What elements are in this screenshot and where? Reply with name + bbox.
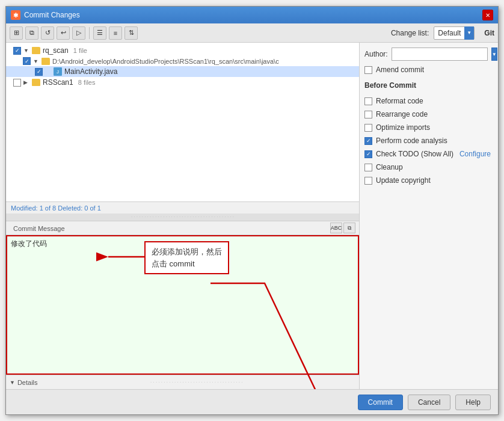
option-cleanup-label: Cleanup bbox=[376, 163, 403, 171]
author-input[interactable] bbox=[392, 48, 488, 61]
arrow-rq-scan: ▼ bbox=[23, 48, 29, 54]
changelist-arrow-icon[interactable]: ▼ bbox=[464, 26, 474, 40]
option-copyright-row: Update copyright bbox=[364, 176, 493, 185]
option-todo-label: Check TODO (Show All) bbox=[376, 150, 453, 158]
checkbox-rearrange[interactable] bbox=[364, 111, 372, 118]
option-copyright-label: Update copyright bbox=[376, 176, 431, 185]
sublabel-rsscan1: 8 files bbox=[78, 79, 96, 86]
checkbox-reformat[interactable] bbox=[364, 97, 372, 105]
checkbox-cleanup[interactable] bbox=[364, 164, 372, 171]
main-content: ✓ ▼ rq_scan 1 file ✓ ▼ D:\Android_develo… bbox=[6, 43, 498, 389]
cancel-button[interactable]: Cancel bbox=[408, 395, 450, 410]
status-bar-left: Modified: 1 of 8 Deleted: 0 of 1 bbox=[6, 201, 359, 214]
toolbar-btn-8[interactable]: ⇅ bbox=[124, 26, 138, 40]
checkbox-amend-commit[interactable] bbox=[364, 66, 372, 74]
checkbox-copyright[interactable] bbox=[364, 177, 372, 185]
tree-item-main-activity[interactable]: ✓ J MainActivity.java bbox=[6, 66, 359, 77]
title-controls: ✕ bbox=[482, 10, 493, 20]
folder-icon-path bbox=[41, 58, 50, 65]
details-label: Details bbox=[17, 379, 38, 386]
commit-message-label: Commit Message bbox=[10, 223, 69, 233]
help-button[interactable]: Help bbox=[455, 395, 491, 410]
file-tree[interactable]: ✓ ▼ rq_scan 1 file ✓ ▼ D:\Android_develo… bbox=[6, 43, 359, 201]
folder-icon-rq-scan bbox=[32, 47, 40, 54]
option-perform-row: ✓ Perform code analysis bbox=[364, 137, 493, 145]
close-button[interactable]: ✕ bbox=[482, 10, 493, 20]
toolbar-btn-5[interactable]: ▷ bbox=[72, 26, 85, 40]
file-icon-main-activity: J bbox=[54, 67, 62, 76]
left-panel: ✓ ▼ rq_scan 1 file ✓ ▼ D:\Android_develo… bbox=[6, 43, 360, 389]
option-perform-label: Perform code analysis bbox=[376, 137, 447, 145]
arrow-path: ▼ bbox=[33, 58, 39, 64]
commit-message-area: Commit Message ABC ⧉ 必须添加说明，然后 点击 commit bbox=[6, 221, 359, 389]
option-reformat-label: Reformat code bbox=[376, 97, 423, 105]
window-title: Commit Changes bbox=[24, 11, 80, 19]
option-rearrange-label: Rearrange code bbox=[376, 110, 428, 118]
toolbar-btn-1[interactable]: ⊞ bbox=[10, 26, 23, 40]
checkbox-todo[interactable]: ✓ bbox=[364, 150, 372, 158]
bottom-buttons: Commit Cancel Help bbox=[6, 389, 498, 414]
tree-item-rq-scan[interactable]: ✓ ▼ rq_scan 1 file bbox=[6, 45, 359, 56]
toolbar-btn-4[interactable]: ↩ bbox=[57, 26, 70, 40]
commit-textarea-wrapper: 必须添加说明，然后 点击 commit bbox=[6, 235, 359, 375]
arrow-rsscan1: ▶ bbox=[23, 79, 29, 85]
author-row: Author: ▼ bbox=[364, 48, 493, 61]
git-label: Git bbox=[484, 29, 494, 37]
changelist-value: Default bbox=[434, 29, 464, 37]
option-cleanup-row: Cleanup bbox=[364, 163, 493, 171]
toolbar-btn-7[interactable]: ≡ bbox=[109, 26, 122, 40]
cm-btn-copy[interactable]: ⧉ bbox=[343, 223, 355, 233]
configure-link[interactable]: Configure bbox=[459, 150, 491, 158]
details-bar[interactable]: ▼ Details · · · · · · · · · · · · · · · … bbox=[6, 375, 359, 389]
option-todo-row: ✓ Check TODO (Show All) Configure bbox=[364, 150, 493, 158]
tree-item-rsscan1[interactable]: ▶ RSScan1 8 files bbox=[6, 77, 359, 88]
annotation-box: 必须添加说明，然后 点击 commit bbox=[144, 241, 229, 274]
commit-changes-window: ✱ Commit Changes ✕ ⊞ ⧉ ↺ ↩ ▷ ☰ ≡ ⇅ Chang… bbox=[5, 6, 499, 415]
sublabel-rq-scan: 1 file bbox=[73, 47, 87, 54]
checkbox-rq-scan[interactable]: ✓ bbox=[13, 47, 21, 55]
option-optimize-row: Optimize imports bbox=[364, 123, 493, 132]
separator-1 bbox=[89, 27, 90, 39]
checkbox-perform[interactable]: ✓ bbox=[364, 137, 372, 145]
changelist-label: Change list: bbox=[391, 29, 429, 37]
divider-grip-1[interactable]: · · · · · · · · · · · · · · · · · · · · … bbox=[6, 214, 359, 221]
checkbox-main-activity[interactable]: ✓ bbox=[35, 68, 43, 76]
annotation-line2: 点击 commit bbox=[152, 258, 222, 270]
changelist-dropdown[interactable]: Default ▼ bbox=[434, 26, 475, 40]
option-optimize-label: Optimize imports bbox=[376, 123, 430, 132]
label-rsscan1: RSScan1 bbox=[43, 78, 73, 87]
toolbar-btn-2[interactable]: ⧉ bbox=[25, 26, 38, 40]
author-dropdown-btn[interactable]: ▼ bbox=[491, 48, 497, 61]
title-bar-left: ✱ Commit Changes bbox=[11, 10, 80, 20]
status-text: Modified: 1 of 8 Deleted: 0 of 1 bbox=[11, 204, 101, 212]
annotation-line1: 必须添加说明，然后 bbox=[152, 246, 222, 258]
right-panel: Author: ▼ Amend commit Before Commit Ref… bbox=[360, 43, 498, 389]
checkbox-optimize[interactable] bbox=[364, 124, 372, 132]
folder-icon-rsscan1 bbox=[32, 79, 40, 86]
cm-btn-spell[interactable]: ABC bbox=[330, 223, 342, 233]
title-bar: ✱ Commit Changes ✕ bbox=[6, 7, 498, 23]
amend-commit-label: Amend commit bbox=[376, 66, 424, 74]
window-icon: ✱ bbox=[11, 10, 20, 20]
tree-item-path[interactable]: ✓ ▼ D:\Android_develop\AndroidStudioProj… bbox=[6, 56, 359, 66]
option-rearrange-row: Rearrange code bbox=[364, 110, 493, 118]
details-arrow-icon: ▼ bbox=[10, 380, 15, 386]
checkbox-rsscan1[interactable] bbox=[13, 79, 21, 87]
checkbox-path[interactable]: ✓ bbox=[23, 57, 31, 65]
amend-commit-row: Amend commit bbox=[364, 66, 493, 74]
toolbar: ⊞ ⧉ ↺ ↩ ▷ ☰ ≡ ⇅ Change list: Default ▼ G… bbox=[6, 23, 498, 43]
author-label: Author: bbox=[364, 50, 388, 58]
label-main-activity: MainActivity.java bbox=[64, 67, 117, 76]
toolbar-btn-3[interactable]: ↺ bbox=[41, 26, 54, 40]
label-path: D:\Android_develop\AndroidStudioProjects… bbox=[52, 58, 279, 65]
label-rq-scan: rq_scan bbox=[43, 46, 69, 55]
option-reformat-row: Reformat code bbox=[364, 97, 493, 105]
commit-button[interactable]: Commit bbox=[358, 395, 403, 410]
toolbar-btn-6[interactable]: ☰ bbox=[93, 26, 106, 40]
before-commit-title: Before Commit bbox=[364, 81, 493, 90]
